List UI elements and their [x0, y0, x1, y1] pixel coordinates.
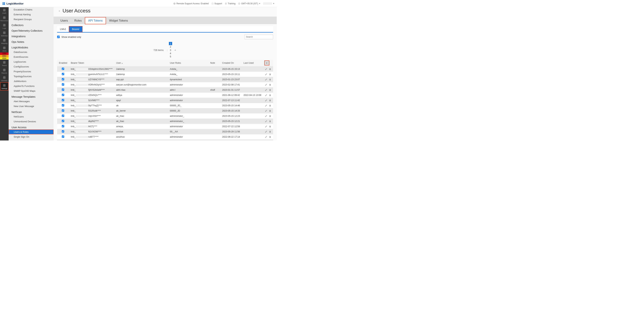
subtab-lmv1[interactable]: LMv1: [57, 26, 69, 32]
subnav-section[interactable]: Message Templates: [8, 93, 54, 99]
subnav-section[interactable]: Collectors: [8, 22, 54, 27]
subnav-item[interactable]: SNMP SysOID Maps: [8, 89, 54, 93]
subnav-item[interactable]: DataSources: [8, 50, 54, 55]
delete-icon[interactable]: [269, 136, 271, 138]
user-menu[interactable]: ▼: [263, 2, 274, 5]
row-enabled-checkbox[interactable]: [62, 89, 64, 91]
row-enabled-checkbox[interactable]: [62, 104, 64, 107]
rail-item-traces[interactable]: Traces: [0, 60, 8, 67]
delete-icon[interactable]: [269, 89, 271, 91]
tab-api-tokens[interactable]: API Tokens: [85, 17, 106, 24]
subnav-section[interactable]: Ops Notes: [8, 39, 54, 44]
rail-item-dash[interactable]: Dash: [0, 7, 8, 15]
subnav-item[interactable]: External Alerting: [8, 12, 54, 17]
subnav-item[interactable]: NetScans: [8, 114, 54, 119]
subnav-item[interactable]: TopologySources: [8, 74, 54, 79]
subnav-item[interactable]: Alert Messages: [8, 99, 54, 104]
rail-item-settings[interactable]: Settings: [0, 82, 8, 91]
pager-page[interactable]: 5: [169, 55, 172, 58]
rail-item-logs[interactable]: Logs: [0, 22, 8, 30]
pager-page[interactable]: 1: [169, 42, 172, 45]
remote-support-status[interactable]: i Remote Support Access: Enabled: [173, 2, 208, 5]
edit-icon[interactable]: [265, 120, 268, 123]
row-enabled-checkbox[interactable]: [62, 115, 64, 117]
rail-item-reports[interactable]: Reports: [0, 67, 8, 75]
row-enabled-checkbox[interactable]: [62, 130, 64, 133]
rail-item-mapping[interactable]: Mapping: [0, 38, 8, 45]
delete-icon[interactable]: [269, 130, 271, 133]
row-enabled-checkbox[interactable]: [62, 68, 64, 70]
col-header[interactable]: User: [114, 60, 168, 67]
edit-icon[interactable]: [265, 125, 268, 128]
show-enabled-checkbox[interactable]: [57, 36, 60, 38]
delete-icon[interactable]: [269, 115, 271, 117]
col-header[interactable]: Created On: [220, 60, 242, 67]
subnav-item[interactable]: JobMonitors: [8, 79, 54, 84]
row-enabled-checkbox[interactable]: [62, 73, 64, 75]
subnav-item[interactable]: PropertySources: [8, 69, 54, 74]
tab-roles[interactable]: Roles: [71, 17, 85, 24]
collapse-subnav-button[interactable]: ‹: [57, 9, 62, 13]
subnav-section[interactable]: LogicModules: [8, 44, 54, 50]
subnav-item[interactable]: LogSources: [8, 59, 54, 64]
col-header[interactable]: Enabled: [57, 60, 69, 67]
subnav-section[interactable]: Integrations: [8, 33, 54, 39]
col-header[interactable]: Note: [208, 60, 220, 67]
edit-icon[interactable]: [265, 73, 268, 76]
edit-icon[interactable]: [265, 89, 268, 91]
delete-icon[interactable]: [269, 110, 271, 112]
row-enabled-checkbox[interactable]: [62, 83, 64, 86]
edit-icon[interactable]: [265, 110, 268, 112]
edit-icon[interactable]: [265, 78, 268, 81]
subnav-item[interactable]: AppliesTo Functions: [8, 84, 54, 89]
delete-icon[interactable]: [269, 120, 271, 123]
subnav-item[interactable]: Unmonitored Devices: [8, 119, 54, 124]
col-header[interactable]: User Roles: [168, 60, 208, 67]
col-header[interactable]: ＋: [263, 60, 273, 67]
add-token-button[interactable]: ＋: [265, 61, 269, 65]
subnav-item[interactable]: ConfigSources: [8, 64, 54, 69]
rail-item-websites[interactable]: Websites: [0, 30, 8, 38]
row-enabled-checkbox[interactable]: [62, 125, 64, 127]
delete-icon[interactable]: [269, 104, 271, 107]
edit-icon[interactable]: [265, 136, 268, 138]
subnav-item[interactable]: Users & Roles: [8, 130, 54, 134]
edit-icon[interactable]: [265, 68, 268, 70]
subnav-item[interactable]: Escalation Chains: [8, 7, 54, 12]
delete-icon[interactable]: [269, 68, 271, 70]
tab-users[interactable]: Users: [57, 17, 71, 24]
search-input[interactable]: [246, 36, 273, 38]
rail-item-alerts[interactable]: Alerts: [0, 45, 8, 53]
row-enabled-checkbox[interactable]: [62, 78, 64, 80]
subnav-section[interactable]: NetScan: [8, 109, 54, 114]
delete-icon[interactable]: [269, 94, 271, 96]
col-header[interactable]: Bearer Token: [69, 60, 114, 67]
pager-next-button[interactable]: ➔: [174, 48, 177, 52]
pager-page[interactable]: 4: [169, 52, 172, 55]
subnav-section[interactable]: OpenTelemetry Collectors: [8, 27, 54, 33]
timezone-selector[interactable]: GMT+05:30 (IST) ▼: [238, 2, 260, 5]
row-enabled-checkbox[interactable]: [62, 94, 64, 96]
subnav-item[interactable]: New User Message: [8, 104, 54, 109]
col-header[interactable]: Last Used: [242, 60, 263, 67]
subtab-bearer[interactable]: Bearer: [69, 26, 82, 32]
subnav-item[interactable]: Recipient Groups: [8, 17, 54, 22]
rail-item-modules[interactable]: Modules: [0, 75, 8, 82]
row-enabled-checkbox[interactable]: [62, 99, 64, 101]
subnav-item[interactable]: EventSources: [8, 55, 54, 59]
tab-widget-tokens[interactable]: Widget Tokens: [106, 17, 131, 24]
edit-icon[interactable]: [265, 94, 268, 96]
training-link[interactable]: Training: [224, 2, 236, 5]
edit-icon[interactable]: [265, 130, 268, 133]
support-link[interactable]: Support: [211, 2, 222, 5]
edit-icon[interactable]: [265, 99, 268, 102]
row-enabled-checkbox[interactable]: [62, 135, 64, 138]
delete-icon[interactable]: [269, 78, 271, 81]
rail-item-resources[interactable]: Resources: [0, 15, 8, 22]
edit-icon[interactable]: [265, 104, 268, 107]
edit-icon[interactable]: [265, 84, 268, 86]
delete-icon[interactable]: [269, 73, 271, 76]
subnav-section[interactable]: User Access: [8, 124, 54, 130]
row-enabled-checkbox[interactable]: [62, 120, 64, 122]
edit-icon[interactable]: [265, 115, 268, 117]
